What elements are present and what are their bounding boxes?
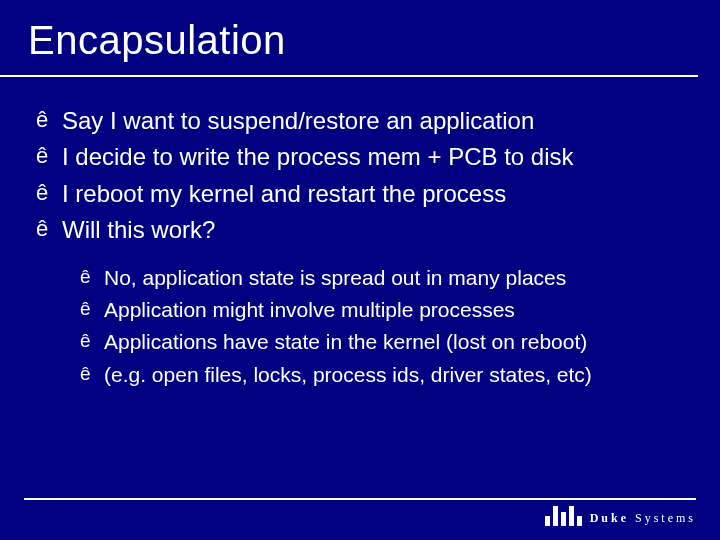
footer-rule: [24, 498, 696, 500]
list-item: êApplications have state in the kernel (…: [80, 327, 692, 357]
bullet-icon: ê: [80, 327, 104, 355]
list-item-text: Will this work?: [62, 214, 215, 246]
list-item: êApplication might involve multiple proc…: [80, 295, 692, 325]
list-item: ê(e.g. open files, locks, process ids, d…: [80, 360, 692, 390]
brand-word1: Duke: [590, 511, 629, 525]
list-item-text: Application might involve multiple proce…: [104, 295, 515, 325]
brand-text: Duke Systems: [590, 511, 696, 526]
bullet-icon: ê: [36, 141, 62, 171]
bullet-list-level1: êSay I want to suspend/restore an applic…: [36, 105, 692, 247]
bullet-list-level2: êNo, application state is spread out in …: [80, 263, 692, 391]
list-item-text: (e.g. open files, locks, process ids, dr…: [104, 360, 592, 390]
list-item: êI decide to write the process mem + PCB…: [36, 141, 692, 173]
bullet-icon: ê: [80, 263, 104, 291]
brand-block: Duke Systems: [24, 506, 696, 526]
bullet-icon: ê: [36, 214, 62, 244]
list-item-text: Applications have state in the kernel (l…: [104, 327, 587, 357]
list-item-text: Say I want to suspend/restore an applica…: [62, 105, 534, 137]
logo-icon: [545, 506, 582, 526]
list-item: êSay I want to suspend/restore an applic…: [36, 105, 692, 137]
bullet-icon: ê: [80, 295, 104, 323]
slide-footer: Duke Systems: [0, 498, 720, 526]
bullet-icon: ê: [80, 360, 104, 388]
list-item-text: No, application state is spread out in m…: [104, 263, 566, 293]
slide-content: êSay I want to suspend/restore an applic…: [0, 77, 720, 390]
bullet-icon: ê: [36, 178, 62, 208]
list-item-text: I reboot my kernel and restart the proce…: [62, 178, 506, 210]
list-item: êI reboot my kernel and restart the proc…: [36, 178, 692, 210]
list-item: êNo, application state is spread out in …: [80, 263, 692, 293]
list-item-text: I decide to write the process mem + PCB …: [62, 141, 574, 173]
brand-word2: Systems: [635, 511, 696, 525]
list-item: êWill this work?: [36, 214, 692, 246]
slide-title: Encapsulation: [0, 0, 698, 77]
bullet-icon: ê: [36, 105, 62, 135]
